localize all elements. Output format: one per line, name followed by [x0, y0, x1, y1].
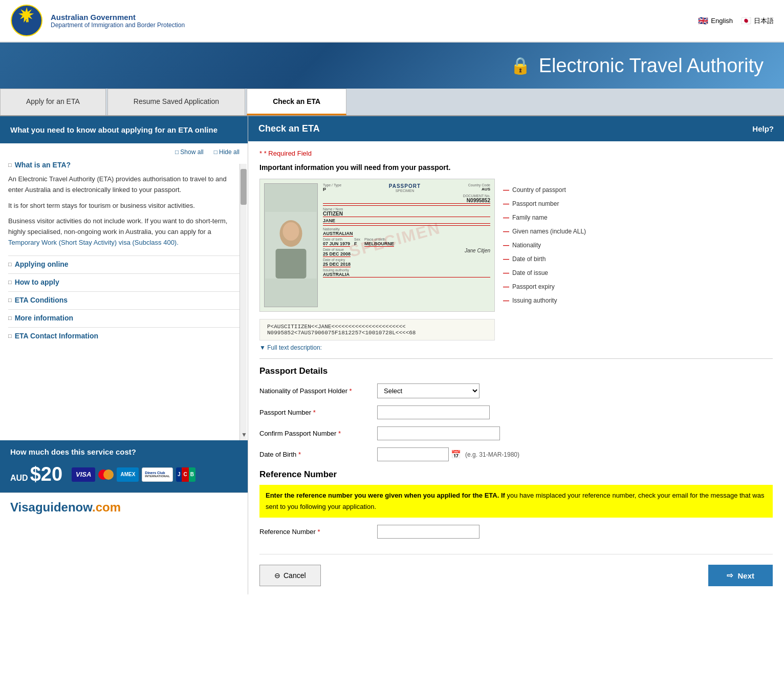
page-header: ⚜ Australian Government Department of Im…	[0, 0, 784, 42]
tab-check[interactable]: Check an ETA	[247, 89, 346, 115]
show-all-checkbox-icon: □	[175, 148, 179, 156]
cancel-icon: ⊖	[274, 571, 280, 580]
required-note: * * Required Field	[259, 149, 773, 157]
visa-payment-icon: VISA	[72, 467, 95, 482]
cost-amount: $20	[30, 463, 62, 485]
jcb-payment-icon: J C B	[176, 467, 195, 482]
tab-resume[interactable]: Resume Saved Application	[107, 89, 245, 115]
cost-amount-container: AUD $20	[10, 463, 62, 485]
jp-flag-icon: 🇯🇵	[741, 16, 751, 26]
important-info: Important information you will need from…	[259, 163, 773, 172]
hide-all-link[interactable]: □ Hide all	[214, 148, 239, 156]
uk-flag-icon: 🇬🇧	[698, 16, 708, 26]
passport-number-label: Passport Number *	[259, 409, 377, 416]
header-left: ⚜ Australian Government Department of Im…	[10, 4, 185, 37]
right-panel-header: Check an ETA Help?	[248, 116, 784, 141]
sidebar-section-contact: □ ETA Contact Information	[8, 332, 239, 340]
next-button[interactable]: ⇨ Next	[708, 565, 773, 586]
svg-point-6	[283, 222, 299, 241]
sidebar-divider4	[8, 309, 239, 310]
passport-image-container: Type / Type P PASSPORT SPECIMEN Country …	[259, 179, 495, 312]
nationality-select[interactable]: Select	[377, 383, 480, 398]
language-selector: 🇬🇧 English 🇯🇵 日本語	[698, 16, 774, 26]
show-all-link[interactable]: □ Show all	[175, 148, 204, 156]
required-star: *	[259, 149, 264, 157]
reference-title: Reference Number	[259, 469, 773, 480]
sidebar-divider2	[8, 273, 239, 274]
passport-area: Type / Type P PASSPORT SPECIMEN Country …	[259, 179, 773, 312]
cost-content: AUD $20 VISA AMEX Diners Club INTERNATIO…	[10, 463, 237, 485]
next-arrow-icon: ⇨	[727, 571, 733, 580]
how-to-apply-title[interactable]: □ How to apply	[8, 278, 239, 286]
nav-tabs: Apply for an ETA Resume Saved Applicatio…	[0, 89, 784, 116]
eta-title-container: 🔒 Electronic Travel Authority	[510, 55, 764, 77]
sidebar-divider5	[8, 327, 239, 328]
dob-label: Date of Birth *	[259, 451, 377, 458]
sidebar-scroll-thumb	[241, 169, 247, 205]
reference-number-row: Reference Number *	[259, 525, 773, 539]
confirm-passport-row: Confirm Passport Number *	[259, 426, 773, 440]
nationality-label: Nationality of Passport Holder *	[259, 387, 377, 395]
action-bar: ⊖ Cancel ⇨ Next	[259, 554, 773, 586]
mrz-line1: P<AUSCITIIZEN<<JANE<<<<<<<<<<<<<<<<<<<<<…	[267, 324, 487, 330]
eta-title-text: Electronic Travel Authority	[539, 55, 764, 77]
applying-checkbox-icon: □	[8, 261, 12, 267]
what-is-eta-text2: It is for short term stays for tourism o…	[8, 201, 239, 211]
confirm-required-star: *	[338, 430, 341, 437]
lang-en[interactable]: 🇬🇧 English	[698, 16, 733, 26]
applying-online-title[interactable]: □ Applying online	[8, 260, 239, 268]
label-given-names: —Given names (include ALL)	[503, 228, 586, 235]
watermark-section: Visaguidenow.com	[0, 493, 248, 522]
sidebar-section-how-to-apply: □ How to apply	[8, 278, 239, 286]
sidebar: What you need to know about applying for…	[0, 116, 248, 594]
help-link[interactable]: Help?	[752, 124, 774, 133]
label-dob: —Date of birth	[503, 255, 586, 263]
main-content: What you need to know about applying for…	[0, 116, 784, 594]
sidebar-divider3	[8, 291, 239, 292]
what-is-eta-text1: An Electronic Travel Authority (ETA) pro…	[8, 174, 239, 196]
sidebar-section-what-is-eta: □ What is an ETA? An Electronic Travel A…	[8, 161, 239, 248]
more-info-title[interactable]: □ More information	[8, 314, 239, 322]
eta-conditions-title[interactable]: □ ETA Conditions	[8, 296, 239, 304]
passport-number-input[interactable]	[377, 405, 490, 419]
amex-payment-icon: AMEX	[117, 467, 139, 482]
sidebar-section-conditions: □ ETA Conditions	[8, 296, 239, 304]
passport-required-star: *	[313, 409, 316, 416]
eta-contact-checkbox-icon: □	[8, 333, 12, 339]
calendar-icon-button[interactable]: 📅	[449, 448, 463, 460]
passport-details-title: Passport Details	[259, 366, 773, 376]
dob-input[interactable]	[377, 447, 449, 461]
what-is-eta-title[interactable]: □ What is an ETA?	[8, 161, 239, 169]
eta-contact-title[interactable]: □ ETA Contact Information	[8, 332, 239, 340]
eta-banner: 🔒 Electronic Travel Authority	[0, 42, 784, 89]
lock-icon: 🔒	[510, 56, 531, 75]
cancel-button[interactable]: ⊖ Cancel	[259, 565, 321, 586]
label-family-name: —Family name	[503, 214, 586, 221]
lang-jp[interactable]: 🇯🇵 日本語	[741, 16, 774, 26]
full-text-link[interactable]: ▼ Full text description:	[259, 344, 322, 351]
right-panel-title: Check an ETA	[258, 123, 320, 134]
sidebar-divider1	[8, 255, 239, 256]
passport-labels: —Country of passport —Passport number —F…	[503, 179, 586, 312]
passport-photo	[264, 183, 318, 307]
dob-hint: (e.g. 31-MAR-1980)	[465, 451, 519, 458]
dept-name: Department of Immigration and Border Pro…	[51, 22, 185, 29]
confirm-passport-label: Confirm Passport Number *	[259, 430, 377, 437]
label-country: —Country of passport	[503, 186, 586, 194]
dob-row: Date of Birth * 📅 (e.g. 31-MAR-1980)	[259, 447, 773, 461]
how-to-apply-checkbox-icon: □	[8, 279, 12, 285]
reference-number-input[interactable]	[377, 525, 480, 539]
mastercard-payment-icon	[98, 467, 114, 482]
scroll-down-arrow[interactable]: ▼	[241, 431, 247, 438]
cost-title: How much does this service cost?	[10, 447, 237, 456]
label-issuing-authority: —Issuing authority	[503, 297, 586, 304]
diners-payment-icon: Diners Club INTERNATIONAL	[142, 467, 173, 482]
cost-currency: AUD	[10, 474, 28, 483]
tab-apply[interactable]: Apply for an ETA	[0, 89, 106, 115]
watermark-highlight: .com	[92, 500, 121, 514]
temp-work-link[interactable]: Temporary Work (Short Stay Activity) vis…	[8, 239, 179, 246]
sidebar-body: □ Show all □ Hide all □ What is an ETA? …	[0, 143, 248, 440]
passport-number-row: Passport Number *	[259, 405, 773, 419]
confirm-passport-input[interactable]	[377, 426, 500, 440]
gov-name: Australian Government	[51, 13, 185, 22]
